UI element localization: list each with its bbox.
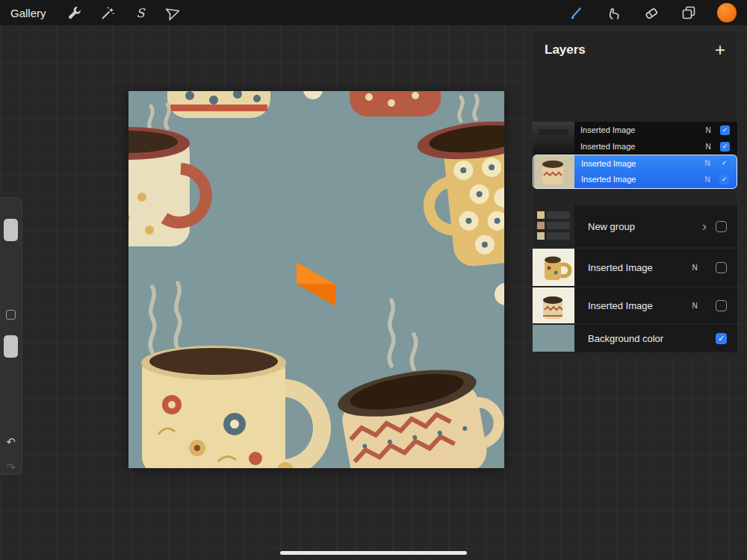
layer-label: Background color <box>588 333 663 344</box>
layer-label: Inserted Image <box>580 125 702 134</box>
group-thumbnail[interactable] <box>533 205 574 247</box>
selection-icon[interactable]: S <box>131 4 149 22</box>
selected-layer-stack: Inserted Image N ✓ Inserted Image N ✓ In… <box>533 122 737 189</box>
blend-mode-badge[interactable]: N <box>702 143 714 151</box>
blend-mode-badge[interactable]: N <box>702 126 714 134</box>
add-layer-button[interactable]: + <box>715 41 725 59</box>
layers-panel: Layers + Inserted Image N ✓ Inserted Ima… <box>532 30 738 355</box>
blend-mode-badge[interactable]: N <box>701 175 713 184</box>
selection-letter: S <box>136 6 145 20</box>
sidebar-sliders: ↶ ↷ <box>0 197 22 475</box>
active-color-swatch[interactable] <box>717 3 737 22</box>
visibility-checkbox[interactable] <box>716 300 727 311</box>
drawing-canvas[interactable] <box>128 91 504 468</box>
undo-button[interactable]: ↶ <box>0 435 22 449</box>
layer-label: Inserted Image <box>581 175 701 184</box>
brush-size-slider[interactable] <box>4 219 18 241</box>
adjustments-wand-icon[interactable] <box>99 4 117 22</box>
procreate-app: Gallery S <box>0 0 747 560</box>
chevron-right-icon[interactable]: › <box>702 220 707 232</box>
visibility-checkbox[interactable]: ✓ <box>719 158 729 168</box>
visibility-checkbox[interactable]: ✓ <box>720 125 730 135</box>
visibility-checkbox[interactable]: ✓ <box>719 175 729 184</box>
gallery-button[interactable]: Gallery <box>10 7 46 19</box>
layers-panel-header: Layers + <box>533 31 737 69</box>
home-indicator[interactable] <box>280 551 467 555</box>
toolbar-left-group: Gallery S <box>10 4 182 22</box>
transform-arrow-icon[interactable] <box>164 4 182 22</box>
visibility-checkbox[interactable] <box>716 221 727 232</box>
layer-label: New group <box>588 221 635 232</box>
visibility-checkbox[interactable]: ✓ <box>716 333 727 344</box>
workspace-background: ↶ ↷ Layers + Inserted Image N ✓ Inserted… <box>0 25 747 560</box>
opacity-slider[interactable] <box>4 335 18 358</box>
blend-mode-badge[interactable]: N <box>689 264 701 272</box>
layer-row-inserted-image[interactable]: Inserted Image N <box>533 249 737 286</box>
layers-icon[interactable] <box>680 4 698 22</box>
visibility-checkbox[interactable]: ✓ <box>720 142 730 152</box>
mug-top-left <box>167 91 270 118</box>
actions-wrench-icon[interactable] <box>66 4 84 22</box>
layer-thumbnail[interactable] <box>533 249 574 286</box>
layer-label: Inserted Image <box>580 142 702 151</box>
layer-row-inserted-image[interactable]: Inserted Image N <box>533 287 737 323</box>
layers-title: Layers <box>545 43 586 57</box>
visibility-checkbox[interactable] <box>716 262 727 273</box>
blend-mode-badge[interactable]: N <box>689 302 701 310</box>
modify-button[interactable] <box>6 310 16 320</box>
top-toolbar: Gallery S <box>0 0 747 25</box>
layer-label: Inserted Image <box>581 159 701 168</box>
layer-row-background-color[interactable]: Background color ✓ <box>533 325 737 352</box>
background-color-swatch[interactable] <box>533 325 574 352</box>
canvas-artwork <box>128 91 504 468</box>
toolbar-right-group <box>568 3 737 22</box>
layer-thumbnail[interactable] <box>533 287 574 323</box>
mug-top-right <box>350 91 441 116</box>
brush-icon[interactable] <box>568 4 586 22</box>
eraser-icon[interactable] <box>642 4 660 22</box>
layer-row-new-group[interactable]: New group › <box>533 205 737 247</box>
layer-label: Inserted Image <box>588 262 653 273</box>
blend-mode-badge[interactable]: N <box>701 159 713 167</box>
redo-button[interactable]: ↷ <box>0 461 22 474</box>
layer-thumbnail[interactable] <box>533 122 574 155</box>
layer-label: Inserted Image <box>588 300 653 311</box>
smudge-icon[interactable] <box>605 4 623 22</box>
layer-thumbnail[interactable] <box>534 155 574 188</box>
